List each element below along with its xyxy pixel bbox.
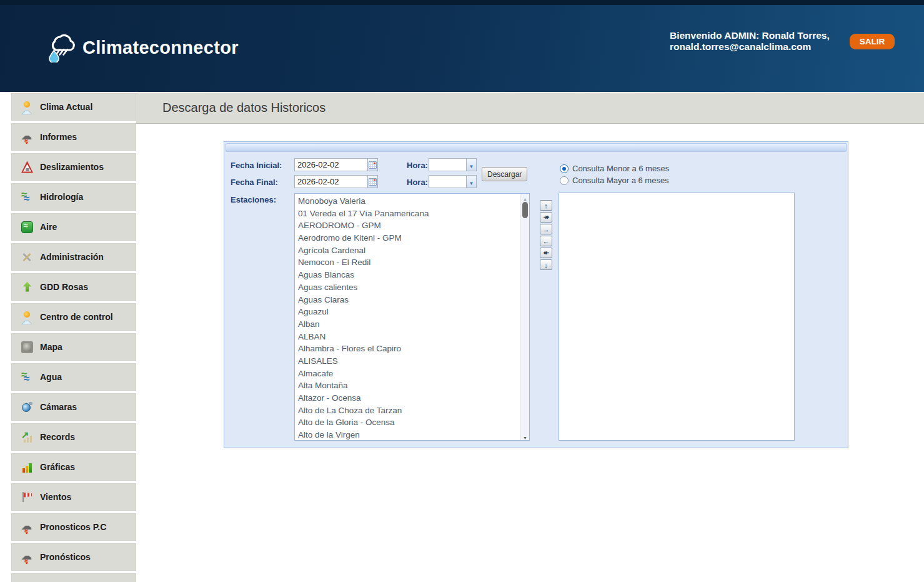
sidebar-item-administracion[interactable]: Administración	[11, 243, 136, 271]
station-option[interactable]: AERODROMO - GPM	[295, 219, 521, 232]
station-option[interactable]: Alban	[295, 318, 521, 331]
station-option[interactable]: Alhambra - Flores el Capiro	[295, 343, 521, 355]
sidebar-item-agua[interactable]: Agua	[11, 363, 136, 391]
sidebar-item-label: Informes	[40, 132, 77, 142]
panel-header-bar	[226, 143, 847, 152]
selected-estaciones-listbox[interactable]	[559, 193, 795, 441]
station-option[interactable]: ALBAN	[295, 331, 521, 343]
station-option[interactable]: Agrícola Cardenal	[295, 244, 521, 257]
sidebar-item-camaras[interactable]: Cámaras	[11, 393, 136, 421]
station-option[interactable]: Nemocon - El Redil	[295, 256, 521, 269]
sidebar-item-label: Administración	[40, 252, 104, 262]
radio-consulta-menor[interactable]: Consulta Menor a 6 meses	[560, 164, 669, 173]
sidebar-item-label: Aire	[40, 222, 57, 232]
estaciones-list: Monoboya Valeria 01 Vereda el 17 Vía Pan…	[295, 194, 521, 440]
fecha-inicial-label: Fecha Inicial:	[231, 161, 282, 170]
move-down-button[interactable]: ↓	[540, 259, 552, 270]
scroll-thumb[interactable]	[522, 202, 528, 218]
waves-icon	[21, 191, 33, 203]
move-up-button[interactable]: ↑	[540, 200, 552, 211]
sidebar-item-hidrologia[interactable]: Hidrología	[11, 183, 136, 211]
storm-cloud-icon	[21, 551, 33, 563]
brand-name: Climateconnector	[82, 38, 239, 58]
chevron-down-icon	[469, 159, 474, 171]
radio-consulta-mayor[interactable]: Consulta Mayor a 6 meses	[560, 176, 669, 185]
radio-button-icon[interactable]	[560, 164, 569, 173]
fecha-final-input[interactable]	[294, 175, 367, 188]
sidebar-item-records[interactable]: Records	[11, 423, 136, 451]
sidebar-item-pronosticos-p-c[interactable]: Pronosticos P.C	[11, 513, 136, 541]
sidebar-item-label: Centro de control	[40, 312, 113, 322]
sidebar-item-deslizamientos[interactable]: Deslizamientos	[11, 153, 136, 181]
scroll-up-icon[interactable]	[521, 194, 529, 201]
storm-cloud-icon	[21, 131, 33, 143]
sidebar-item-clima-actual[interactable]: Clima Actual	[11, 93, 136, 121]
sidebar-item-label: Deslizamientos	[40, 162, 104, 172]
fecha-final-calendar-trigger[interactable]	[367, 175, 378, 188]
move-right-button[interactable]: →	[540, 224, 552, 234]
welcome-line2: ronald.torres@canalclima.com	[670, 41, 830, 53]
calendar-icon	[369, 178, 377, 186]
estaciones-scrollbar[interactable]	[520, 194, 529, 440]
brand-logo: Climateconnector	[44, 30, 239, 65]
station-option[interactable]: Alto de la Gloria - Ocensa	[295, 416, 521, 429]
windsock-icon	[21, 491, 33, 503]
hora-inicial-input[interactable]	[429, 158, 466, 171]
sidebar-item-partial[interactable]	[11, 573, 136, 582]
sidebar-item-vientos[interactable]: Vientos	[11, 483, 136, 511]
fecha-final-label: Fecha Final:	[231, 178, 278, 187]
transfer-buttons: ↑ ↠ → ← ↞ ↓	[540, 200, 552, 270]
hora-final-combo	[429, 175, 477, 188]
hora-final-dropdown-trigger[interactable]	[466, 175, 477, 188]
move-left-button[interactable]: ←	[540, 236, 552, 246]
sidebar-item-label: GDD Rosas	[40, 282, 88, 292]
sidebar-item-label: Hidrología	[40, 192, 83, 202]
station-option[interactable]: Aerodromo de Kiteni - GPM	[295, 232, 521, 244]
hora-inicial-dropdown-trigger[interactable]	[466, 158, 477, 171]
sidebar-item-graficas[interactable]: Gráficas	[11, 453, 136, 481]
sidebar-item-label: Pronósticos	[40, 552, 91, 562]
sidebar-item-label: Gráficas	[40, 462, 75, 472]
move-all-right-button[interactable]: ↠	[540, 212, 552, 223]
hora-final-label: Hora:	[407, 178, 428, 187]
station-option[interactable]: Alto de la Virgen	[295, 429, 521, 440]
fecha-inicial-calendar-trigger[interactable]	[367, 158, 378, 171]
chevron-down-icon	[469, 176, 474, 188]
sidebar-item-gdd-rosas[interactable]: GDD Rosas	[11, 273, 136, 301]
sidebar-item-label: Cámaras	[40, 402, 77, 412]
radio-consulta-menor-label: Consulta Menor a 6 meses	[572, 164, 669, 173]
station-option[interactable]: Altazor - Ocensa	[295, 392, 521, 404]
radio-button-icon[interactable]	[560, 176, 569, 185]
station-option[interactable]: Alto de La Choza de Tarzan	[295, 404, 521, 417]
scroll-down-icon[interactable]	[521, 433, 529, 439]
download-form-panel: Fecha Inicial: Hora: Fecha Final: Hora: …	[224, 141, 848, 448]
storm-cloud-icon	[21, 521, 33, 533]
trend-arrow-icon	[21, 431, 33, 443]
sidebar-item-centro-de-control[interactable]: Centro de control	[11, 303, 136, 331]
sidebar-item-mapa[interactable]: Mapa	[11, 333, 136, 361]
sidebar: Clima Actual Informes Deslizamientos Hid…	[11, 93, 136, 582]
station-option[interactable]: Aguas Claras	[295, 294, 521, 306]
sidebar-item-informes[interactable]: Informes	[11, 123, 136, 151]
hora-final-input[interactable]	[429, 175, 466, 188]
move-all-left-button[interactable]: ↞	[540, 248, 552, 258]
logout-button[interactable]: SALIR	[850, 34, 895, 49]
station-option[interactable]: Aguas calientes	[295, 281, 521, 294]
estaciones-listbox[interactable]: Monoboya Valeria 01 Vereda el 17 Vía Pan…	[294, 193, 530, 441]
hora-inicial-combo	[429, 158, 477, 171]
tools-icon	[21, 251, 33, 263]
sidebar-item-pronosticos[interactable]: Pronósticos	[11, 543, 136, 571]
welcome-text: Bienvenido ADMIN: Ronald Torres, ronald.…	[670, 30, 830, 53]
fecha-inicial-input[interactable]	[294, 158, 367, 171]
station-option[interactable]: ALISALES	[295, 355, 521, 368]
station-option[interactable]: Monoboya Valeria	[295, 195, 521, 208]
station-option[interactable]: Almacafe	[295, 368, 521, 380]
station-option[interactable]: 01 Vereda el 17 Vía Panamericana	[295, 208, 521, 220]
station-option[interactable]: Aguazul	[295, 306, 521, 318]
fecha-inicial-field	[294, 158, 378, 171]
sidebar-item-aire[interactable]: Aire	[11, 213, 136, 241]
descargar-button[interactable]: Descargar	[482, 167, 527, 181]
station-option[interactable]: Aguas Blancas	[295, 269, 521, 281]
station-option[interactable]: Alta Montaña	[295, 379, 521, 392]
sidebar-item-label: Pronosticos P.C	[40, 522, 106, 532]
